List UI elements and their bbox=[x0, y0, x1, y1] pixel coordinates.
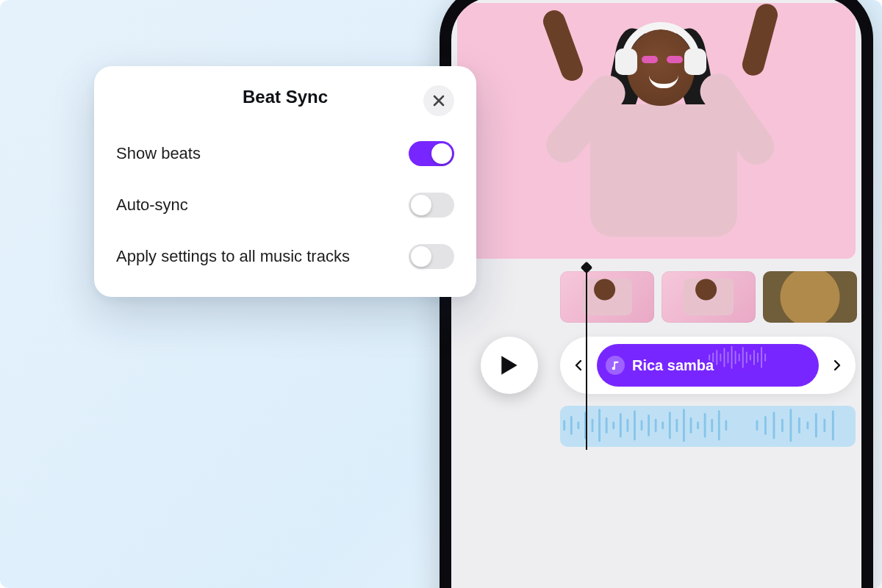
option-label: Auto-sync bbox=[116, 196, 188, 215]
toggle-show-beats[interactable] bbox=[409, 141, 454, 166]
option-label: Apply settings to all music tracks bbox=[116, 247, 350, 266]
clip-thumbnail[interactable] bbox=[662, 271, 756, 323]
clip-thumbnail[interactable] bbox=[560, 271, 654, 323]
toggle-auto-sync[interactable] bbox=[409, 193, 454, 218]
close-icon bbox=[432, 94, 445, 107]
secondary-audio-track[interactable] bbox=[560, 406, 856, 447]
phone-frame: Rica samba bbox=[440, 0, 873, 588]
clip-thumbnail-strip[interactable] bbox=[560, 270, 856, 323]
video-preview[interactable] bbox=[457, 3, 856, 259]
phone-screen: Rica samba bbox=[451, 0, 861, 588]
waveform-icon bbox=[560, 406, 856, 445]
chevron-right-icon bbox=[831, 359, 842, 371]
option-apply-all: Apply settings to all music tracks bbox=[116, 231, 454, 282]
promo-stage: Rica samba bbox=[0, 0, 882, 588]
panel-title: Beat Sync bbox=[243, 87, 328, 107]
option-label: Show beats bbox=[116, 144, 201, 163]
audio-clip-pill[interactable]: Rica samba bbox=[597, 344, 819, 387]
beat-sync-panel: Beat Sync Show beats Auto-sync Apply set… bbox=[94, 66, 476, 297]
timeline-playhead[interactable] bbox=[586, 266, 587, 450]
waveform-icon bbox=[707, 344, 819, 371]
audio-track-name: Rica samba bbox=[632, 357, 714, 374]
toggle-apply-all[interactable] bbox=[409, 244, 454, 269]
clip-thumbnail[interactable] bbox=[763, 271, 857, 323]
selected-audio-track[interactable]: Rica samba bbox=[560, 337, 856, 394]
prev-track-button[interactable] bbox=[566, 352, 592, 379]
close-button[interactable] bbox=[423, 85, 454, 116]
play-icon bbox=[500, 354, 519, 376]
next-track-button[interactable] bbox=[823, 352, 850, 379]
music-note-icon bbox=[606, 356, 625, 375]
dancer-illustration bbox=[539, 16, 774, 259]
option-show-beats: Show beats bbox=[116, 128, 454, 179]
chevron-left-icon bbox=[573, 359, 585, 371]
play-button[interactable] bbox=[481, 337, 538, 394]
option-auto-sync: Auto-sync bbox=[116, 179, 454, 231]
